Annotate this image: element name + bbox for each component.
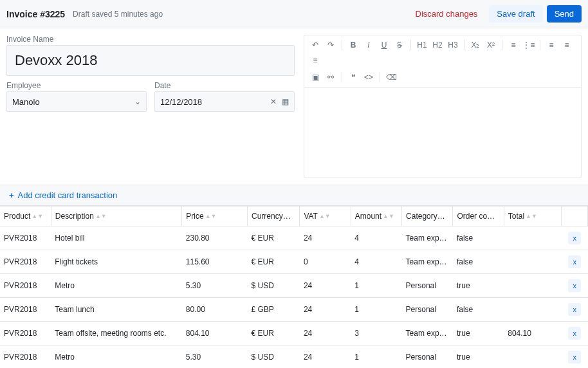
unordered-list-icon[interactable]: ⋮≡	[522, 38, 536, 52]
cell-price[interactable]: 80.00	[182, 298, 248, 322]
col-currency[interactable]: Currency▲▼	[248, 207, 300, 226]
cell-description[interactable]: Hotel bill	[51, 226, 181, 250]
table-row[interactable]: PVR2018Flight tickets115.60€ EUR04Team e…	[0, 250, 588, 274]
cell-category[interactable]: Personal	[402, 298, 453, 322]
cell-description[interactable]: Metro	[51, 274, 181, 298]
table-row[interactable]: PVR2018Team offsite, meeting rooms etc.8…	[0, 322, 588, 345]
cell-amount[interactable]: 4	[351, 250, 401, 274]
cell-order[interactable]: true	[453, 274, 504, 298]
cell-product[interactable]: PVR2018	[0, 250, 51, 274]
invoice-name-input[interactable]: Devoxx 2018	[6, 45, 295, 76]
cell-product[interactable]: PVR2018	[0, 322, 51, 345]
strike-icon[interactable]: S̶	[392, 38, 407, 52]
cell-category[interactable]: Team expe…	[402, 250, 453, 274]
cell-vat[interactable]: 24	[300, 298, 351, 322]
ordered-list-icon[interactable]: ≡	[506, 38, 520, 52]
col-amount[interactable]: Amount▲▼	[351, 207, 401, 226]
cell-currency[interactable]: € EUR	[248, 250, 300, 274]
rich-text-editor[interactable]: ↶ ↷ B I U S̶ H1 H2 H3 X₂ X² ≡ ⋮≡ ≡ ≡ ≡ ▣…	[304, 35, 582, 178]
quote-icon[interactable]: ❝	[346, 70, 360, 84]
cell-total[interactable]	[504, 226, 562, 250]
italic-icon[interactable]: I	[362, 38, 376, 52]
cell-amount[interactable]: 4	[351, 226, 401, 250]
cell-product[interactable]: PVR2018	[0, 226, 51, 250]
cell-category[interactable]: Personal	[402, 345, 453, 369]
cell-description[interactable]: Flight tickets	[51, 250, 181, 274]
cell-vat[interactable]: 0	[300, 250, 351, 274]
align-left-icon[interactable]: ≡	[544, 38, 558, 52]
code-icon[interactable]: <>	[362, 70, 376, 84]
cell-price[interactable]: 230.80	[182, 226, 248, 250]
cell-total[interactable]: 804.10	[504, 322, 562, 345]
cell-order[interactable]: true	[453, 322, 504, 345]
align-center-icon[interactable]: ≡	[560, 38, 574, 52]
cell-vat[interactable]: 24	[300, 274, 351, 298]
cell-currency[interactable]: € EUR	[248, 226, 300, 250]
cell-price[interactable]: 5.30	[182, 274, 248, 298]
table-row[interactable]: PVR2018Team lunch80.00£ GBP241Personalfa…	[0, 298, 588, 322]
cell-description[interactable]: Metro	[51, 345, 181, 369]
cell-order[interactable]: true	[453, 345, 504, 369]
cell-currency[interactable]: £ GBP	[248, 298, 300, 322]
table-row[interactable]: PVR2018Metro5.30$ USD241Personaltruex	[0, 345, 588, 369]
cell-description[interactable]: Team offsite, meeting rooms etc.	[51, 322, 181, 345]
undo-icon[interactable]: ↶	[308, 38, 322, 52]
cell-vat[interactable]: 24	[300, 345, 351, 369]
cell-amount[interactable]: 1	[351, 298, 401, 322]
cell-amount[interactable]: 3	[351, 322, 401, 345]
employee-select[interactable]: Manolo ⌄	[6, 91, 147, 112]
discard-button[interactable]: Discard changes	[408, 5, 486, 23]
cell-total[interactable]	[504, 298, 562, 322]
cell-price[interactable]: 5.30	[182, 345, 248, 369]
cell-total[interactable]	[504, 345, 562, 369]
cell-price[interactable]: 804.10	[182, 322, 248, 345]
send-button[interactable]: Send	[547, 5, 582, 23]
cell-currency[interactable]: $ USD	[248, 345, 300, 369]
delete-row-button[interactable]: x	[568, 303, 581, 316]
link-icon[interactable]: ⚯	[324, 70, 338, 84]
cell-category[interactable]: Personal	[402, 274, 453, 298]
cell-order[interactable]: false	[453, 226, 504, 250]
cell-category[interactable]: Team expe…	[402, 226, 453, 250]
cell-product[interactable]: PVR2018	[0, 274, 51, 298]
rte-body[interactable]	[304, 87, 581, 178]
col-order[interactable]: Order com…▲▼	[453, 207, 504, 226]
delete-row-button[interactable]: x	[568, 351, 581, 363]
bold-icon[interactable]: B	[346, 38, 360, 52]
table-row[interactable]: PVR2018Metro5.30$ USD241Personaltruex	[0, 274, 588, 298]
underline-icon[interactable]: U	[377, 38, 391, 52]
table-row[interactable]: PVR2018Hotel bill230.80€ EUR244Team expe…	[0, 226, 588, 250]
cell-currency[interactable]: € EUR	[248, 322, 300, 345]
cell-price[interactable]: 115.60	[182, 250, 248, 274]
cell-product[interactable]: PVR2018	[0, 345, 51, 369]
cell-order[interactable]: false	[453, 298, 504, 322]
col-description[interactable]: Description▲▼	[51, 207, 181, 226]
h1-icon[interactable]: H1	[415, 38, 429, 52]
clear-icon[interactable]: ✕	[270, 97, 277, 106]
subscript-icon[interactable]: X₂	[468, 38, 482, 52]
date-input[interactable]: 12/12/2018 ✕ ▦	[154, 91, 295, 112]
cell-vat[interactable]: 24	[300, 226, 351, 250]
delete-row-button[interactable]: x	[568, 255, 581, 268]
superscript-icon[interactable]: X²	[484, 38, 498, 52]
calendar-icon[interactable]: ▦	[282, 97, 289, 106]
align-right-icon[interactable]: ≡	[308, 53, 322, 68]
h2-icon[interactable]: H2	[430, 38, 445, 52]
delete-row-button[interactable]: x	[568, 279, 581, 292]
cell-vat[interactable]: 24	[300, 322, 351, 345]
image-icon[interactable]: ▣	[308, 70, 322, 84]
cell-currency[interactable]: $ USD	[248, 274, 300, 298]
cell-product[interactable]: PVR2018	[0, 298, 51, 322]
delete-row-button[interactable]: x	[568, 327, 581, 340]
col-category[interactable]: Category▲▼	[402, 207, 453, 226]
col-vat[interactable]: VAT▲▼	[300, 207, 351, 226]
col-product[interactable]: Product▲▼	[0, 207, 51, 226]
add-transaction-button[interactable]: +Add credit card transaction	[0, 185, 588, 206]
h3-icon[interactable]: H3	[446, 38, 460, 52]
cell-category[interactable]: Team expe…	[402, 322, 453, 345]
redo-icon[interactable]: ↷	[324, 38, 338, 52]
save-draft-button[interactable]: Save draft	[489, 5, 542, 23]
cell-amount[interactable]: 1	[351, 274, 401, 298]
cell-total[interactable]	[504, 250, 562, 274]
delete-row-button[interactable]: x	[568, 232, 581, 244]
